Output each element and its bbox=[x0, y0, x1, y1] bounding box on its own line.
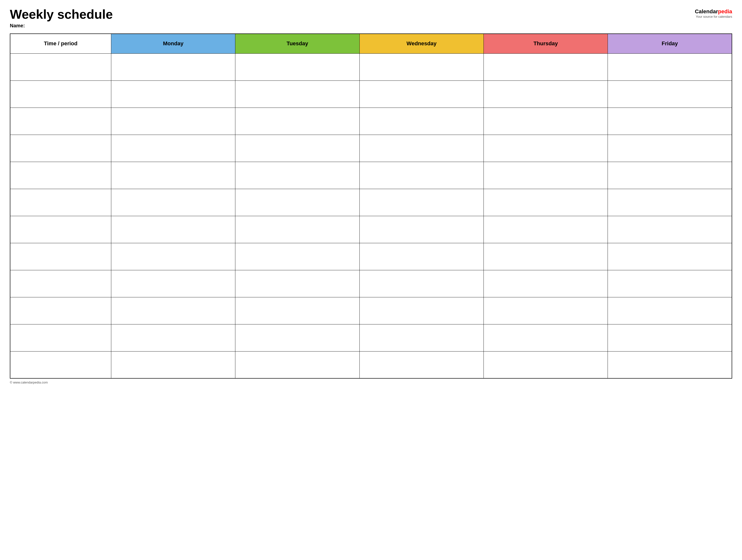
logo-text: Calendarpedia bbox=[695, 8, 732, 15]
table-cell[interactable] bbox=[235, 324, 360, 351]
table-cell[interactable] bbox=[111, 108, 235, 135]
table-cell[interactable] bbox=[360, 53, 483, 80]
footer-url: © www.calendarpedia.com bbox=[10, 381, 48, 384]
table-cell[interactable] bbox=[10, 243, 111, 270]
table-cell[interactable] bbox=[235, 297, 360, 324]
table-cell[interactable] bbox=[608, 351, 732, 378]
table-cell[interactable] bbox=[10, 351, 111, 378]
table-cell[interactable] bbox=[111, 243, 235, 270]
table-cell[interactable] bbox=[10, 162, 111, 189]
table-cell[interactable] bbox=[608, 80, 732, 108]
page-header: Weekly schedule Name: Calendarpedia Your… bbox=[10, 7, 732, 29]
table-cell[interactable] bbox=[608, 53, 732, 80]
logo-pedia-text: pedia bbox=[718, 8, 732, 14]
table-cell[interactable] bbox=[483, 243, 607, 270]
table-cell[interactable] bbox=[360, 108, 483, 135]
table-cell[interactable] bbox=[111, 53, 235, 80]
table-row bbox=[10, 189, 732, 216]
col-header-time: Time / period bbox=[10, 34, 111, 53]
table-cell[interactable] bbox=[235, 80, 360, 108]
table-cell[interactable] bbox=[483, 216, 607, 243]
table-cell[interactable] bbox=[483, 351, 607, 378]
table-cell[interactable] bbox=[235, 351, 360, 378]
table-cell[interactable] bbox=[483, 135, 607, 162]
table-cell[interactable] bbox=[235, 135, 360, 162]
table-cell[interactable] bbox=[360, 297, 483, 324]
col-header-tuesday: Tuesday bbox=[235, 34, 360, 53]
table-cell[interactable] bbox=[10, 189, 111, 216]
table-cell[interactable] bbox=[235, 53, 360, 80]
table-cell[interactable] bbox=[10, 135, 111, 162]
table-cell[interactable] bbox=[111, 189, 235, 216]
schedule-table: Time / period Monday Tuesday Wednesday T… bbox=[10, 34, 732, 379]
table-cell[interactable] bbox=[483, 108, 607, 135]
table-cell[interactable] bbox=[483, 80, 607, 108]
logo-calendar-text: Calendar bbox=[695, 8, 718, 14]
table-cell[interactable] bbox=[483, 162, 607, 189]
schedule-body bbox=[10, 53, 732, 378]
table-row bbox=[10, 53, 732, 80]
table-cell[interactable] bbox=[483, 189, 607, 216]
table-cell[interactable] bbox=[235, 270, 360, 297]
table-row bbox=[10, 108, 732, 135]
table-cell[interactable] bbox=[10, 270, 111, 297]
col-header-wednesday: Wednesday bbox=[360, 34, 483, 53]
table-cell[interactable] bbox=[608, 135, 732, 162]
table-cell[interactable] bbox=[360, 270, 483, 297]
table-cell[interactable] bbox=[360, 324, 483, 351]
footer: © www.calendarpedia.com bbox=[10, 381, 732, 384]
table-row bbox=[10, 80, 732, 108]
col-header-thursday: Thursday bbox=[483, 34, 607, 53]
col-header-friday: Friday bbox=[608, 34, 732, 53]
logo-tagline: Your source for calendars bbox=[696, 15, 732, 18]
table-cell[interactable] bbox=[608, 189, 732, 216]
table-cell[interactable] bbox=[608, 297, 732, 324]
table-cell[interactable] bbox=[360, 135, 483, 162]
table-cell[interactable] bbox=[608, 216, 732, 243]
table-cell[interactable] bbox=[111, 297, 235, 324]
table-cell[interactable] bbox=[10, 324, 111, 351]
table-cell[interactable] bbox=[483, 324, 607, 351]
table-row bbox=[10, 243, 732, 270]
table-cell[interactable] bbox=[10, 80, 111, 108]
header-row: Time / period Monday Tuesday Wednesday T… bbox=[10, 34, 732, 53]
table-cell[interactable] bbox=[608, 108, 732, 135]
table-cell[interactable] bbox=[360, 216, 483, 243]
table-cell[interactable] bbox=[360, 189, 483, 216]
table-cell[interactable] bbox=[235, 189, 360, 216]
table-row bbox=[10, 351, 732, 378]
table-cell[interactable] bbox=[111, 162, 235, 189]
table-cell[interactable] bbox=[235, 162, 360, 189]
table-cell[interactable] bbox=[10, 297, 111, 324]
logo-section: Calendarpedia Your source for calendars bbox=[695, 8, 732, 18]
table-cell[interactable] bbox=[10, 108, 111, 135]
table-cell[interactable] bbox=[360, 351, 483, 378]
table-cell[interactable] bbox=[111, 270, 235, 297]
table-cell[interactable] bbox=[235, 108, 360, 135]
table-cell[interactable] bbox=[111, 80, 235, 108]
table-cell[interactable] bbox=[10, 53, 111, 80]
table-cell[interactable] bbox=[235, 243, 360, 270]
table-row bbox=[10, 297, 732, 324]
table-row bbox=[10, 270, 732, 297]
col-header-monday: Monday bbox=[111, 34, 235, 53]
table-cell[interactable] bbox=[10, 216, 111, 243]
table-cell[interactable] bbox=[608, 270, 732, 297]
table-cell[interactable] bbox=[608, 243, 732, 270]
table-cell[interactable] bbox=[608, 162, 732, 189]
table-cell[interactable] bbox=[111, 324, 235, 351]
table-cell[interactable] bbox=[360, 162, 483, 189]
table-cell[interactable] bbox=[111, 351, 235, 378]
table-cell[interactable] bbox=[483, 53, 607, 80]
table-row bbox=[10, 135, 732, 162]
table-cell[interactable] bbox=[483, 270, 607, 297]
table-row bbox=[10, 162, 732, 189]
table-cell[interactable] bbox=[360, 243, 483, 270]
table-cell[interactable] bbox=[483, 297, 607, 324]
table-cell[interactable] bbox=[608, 324, 732, 351]
table-cell[interactable] bbox=[111, 216, 235, 243]
table-cell[interactable] bbox=[111, 135, 235, 162]
table-cell[interactable] bbox=[235, 216, 360, 243]
name-label: Name: bbox=[10, 23, 113, 29]
table-cell[interactable] bbox=[360, 80, 483, 108]
